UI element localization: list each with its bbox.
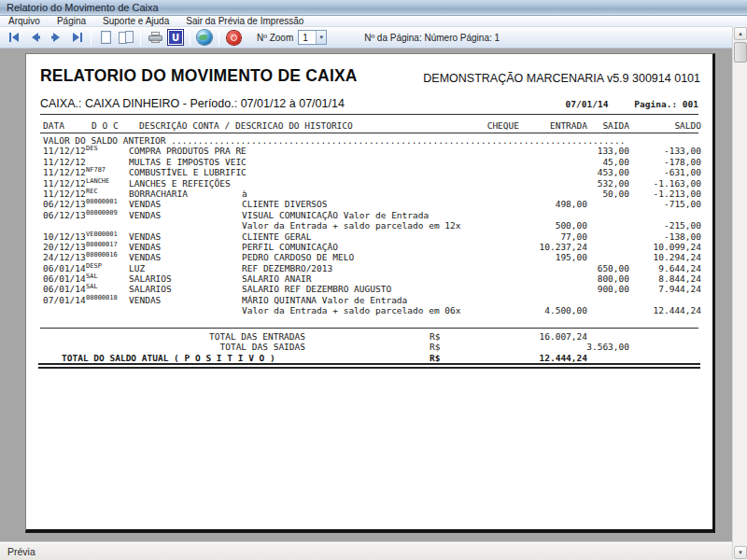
row-doc: 08000016 (86, 251, 118, 259)
row-historico: CLIENTE GERAL (242, 231, 311, 242)
print-button[interactable] (145, 29, 165, 47)
col-header-doc: D O C (92, 120, 119, 131)
menu-sair-da-previa[interactable]: Sair da Prévia de Impressão (177, 16, 312, 27)
row-saldo: -178,00 (585, 157, 701, 167)
scrollbar-thumb[interactable] (734, 42, 747, 63)
row-saldo: 9.644,24 (585, 263, 701, 273)
statusbar-text: Prévia (7, 546, 35, 557)
row-saldo: -1.163,00 (585, 178, 701, 189)
table-row: 20/12/1308000017VENDASPERFIL COMUNICAÇÃO… (26, 242, 712, 252)
dropdown-arrow-icon[interactable]: ▼ (316, 31, 326, 44)
row-conta: VENDAS (129, 252, 161, 262)
row-conta: VENDAS (129, 295, 161, 305)
power-off-icon (227, 31, 241, 45)
rule (40, 133, 698, 133)
row-doc: LANCHE (86, 177, 109, 185)
single-page-view-button[interactable] (95, 29, 116, 47)
row-historico: MÁRIO QUINTANA Valor de Entrada (242, 295, 407, 305)
total-line: TOTAL DAS SAIDASR$3.563,00 (26, 342, 712, 352)
row-conta: VENDAS (129, 210, 161, 220)
row-conta: MULTAS E IMPOSTOS VEIC (129, 157, 247, 167)
row-entrada: 195,00 (471, 252, 587, 262)
row-doc: DESP (86, 262, 102, 270)
toolbar: U Nº Zoom 1 ▼ Nº da Página: Número Págin… (0, 27, 747, 49)
zoom-dropdown[interactable]: 1 ▼ (298, 30, 327, 45)
row-historico: PEDRO CARDOSO DE MELO (242, 252, 354, 262)
total-label: TOTAL DAS ENTRADAS (62, 331, 305, 342)
last-page-button[interactable] (66, 29, 87, 47)
toolbar-separator (190, 30, 190, 46)
row-conta: COMBUSTÍVEL E LUBRIFIC (129, 167, 247, 177)
web-button[interactable] (194, 29, 215, 47)
scroll-down-button[interactable]: ▼ (734, 546, 747, 559)
window-title: Relatorio do Movimento de Caixa (7, 2, 159, 13)
previous-page-button[interactable] (25, 29, 46, 47)
row-historico: REF DEZEMBRO/2013 (242, 263, 332, 273)
total-value: 16.007,24 (471, 331, 587, 342)
row-date: 06/12/13 (43, 199, 86, 209)
first-page-button[interactable] (5, 29, 25, 47)
row-doc: NF787 (86, 166, 106, 174)
menu-pagina[interactable]: Página (49, 16, 94, 27)
row-doc: DES (86, 145, 98, 152)
col-header-data: DATA (43, 120, 64, 131)
zoom-label: Nº Zoom (257, 33, 293, 43)
row-saldo: 8.844,24 (585, 273, 701, 284)
scroll-up-button[interactable]: ▲ (734, 27, 747, 40)
row-conta: VENDAS (129, 199, 161, 209)
next-page-icon (50, 33, 62, 42)
table-row: 06/12/1308000009VENDASVISUAL COMUNICAÇÃO… (26, 210, 712, 231)
row-date: 10/12/13 (43, 231, 86, 242)
row-historico: PERFIL COMUNICAÇÃO (242, 242, 338, 252)
zoom-value: 1 (299, 33, 316, 43)
report-column-headers: DATA D O C DESCRIÇÃO CONTA / DESCRICAO D… (26, 120, 712, 132)
two-page-view-button[interactable] (116, 29, 136, 47)
next-page-button[interactable] (46, 29, 66, 47)
row-doc: 08000017 (86, 241, 118, 248)
row-saldo: 12.444,24 (585, 305, 701, 315)
row-doc: SAL (86, 283, 98, 290)
row-conta: COMPRA PRODUTOS PRA RE (129, 146, 247, 156)
menu-suporte-e-ajuda[interactable]: Suporte e Ajuda (94, 16, 177, 27)
menubar: Arquivo Página Suporte e Ajuda Sair da P… (0, 16, 747, 27)
unimake-button[interactable]: U (165, 29, 186, 47)
report-title: RELATORIO DO MOVIMENTO DE CAIXA (40, 66, 358, 86)
table-row: 06/12/1308000001VENDASCLIENTE DIVERSOS49… (26, 199, 712, 209)
statusbar: Prévia (0, 541, 732, 560)
vertical-scrollbar[interactable]: ▲ ▼ (732, 26, 747, 560)
total-currency: R$ (430, 342, 440, 352)
report-subtitle: DEMONSTRAÇÃO MARCENARIA v5.9 300914 0101 (423, 72, 700, 85)
table-row: 24/12/1308000016VENDASPEDRO CARDOSO DE M… (26, 252, 712, 262)
row-date: 20/12/13 (43, 242, 86, 252)
table-row: 10/12/13VE000001VENDASCLIENTE GERAL77,00… (26, 231, 712, 242)
saldo-anterior-line: VALOR DO SALDO ANTERIOR ................… (43, 135, 729, 146)
page-info-label: Nº da Página: Número Página: 1 (364, 33, 500, 43)
row-historico-2: Valor da Entrada + saldo parcelado em 06… (242, 305, 461, 315)
toolbar-separator (218, 30, 219, 46)
total-value: 3.563,00 (513, 342, 629, 352)
row-conta: LANCHES E REFEIÇÕES (129, 178, 231, 189)
report-caixa-period: CAIXA.: CAIXA DINHEIRO - Período.: 07/01… (40, 97, 345, 110)
total-label: TOTAL DAS SAIDAS (62, 342, 305, 352)
row-entrada: 4.500,00 (471, 305, 587, 315)
exit-preview-button[interactable] (223, 29, 244, 47)
row-date: 24/12/13 (43, 252, 86, 262)
row-historico-2: Valor da Entrada + saldo parcelado em 12… (242, 220, 461, 231)
single-page-icon (101, 31, 111, 44)
globe-icon (197, 30, 212, 45)
total-value: 12.444,24 (471, 353, 587, 363)
table-row: 11/12/12NF787COMBUSTÍVEL E LUBRIFIC453,0… (26, 167, 712, 177)
row-saldo: -138,00 (585, 231, 701, 242)
total-currency: R$ (430, 331, 440, 342)
toolbar-separator (91, 30, 92, 46)
row-doc: 08000009 (86, 209, 118, 217)
menu-arquivo[interactable]: Arquivo (0, 16, 49, 27)
row-doc: 08000001 (86, 198, 118, 205)
toolbar-separator (140, 30, 141, 46)
table-row: 06/01/14SALSALARIOSSALARIO ANAIR800,008.… (26, 273, 712, 284)
table-row: 11/12/12MULTAS E IMPOSTOS VEIC45,00-178,… (26, 157, 712, 167)
row-historico: CLIENTE DIVERSOS (242, 199, 328, 209)
report-date-page: 07/01/14Pagina.: 001 (566, 99, 698, 109)
row-saldo: 10.294,24 (585, 252, 701, 262)
row-entrada: 77,00 (471, 231, 587, 242)
